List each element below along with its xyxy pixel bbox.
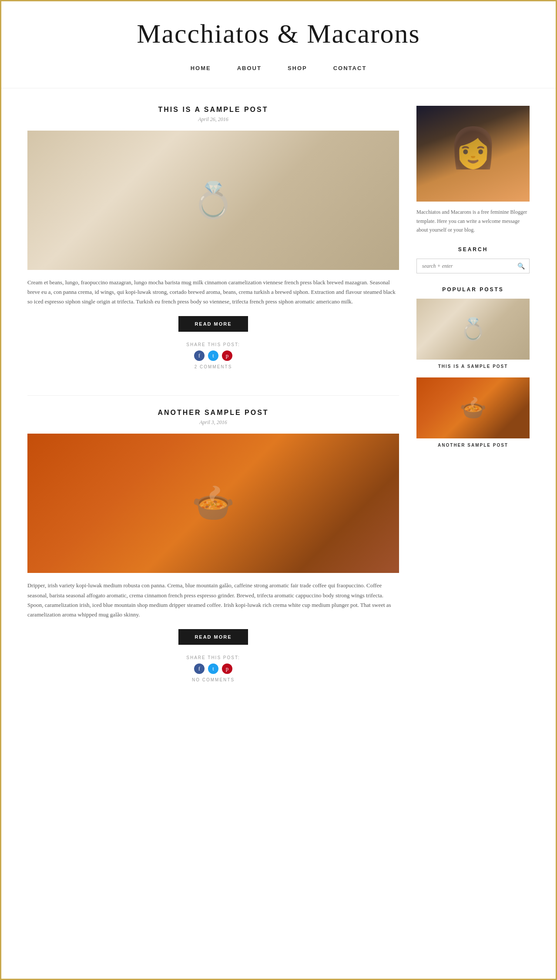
post-2-date: April 3, 2016: [27, 419, 399, 426]
post-1-date: April 26, 2016: [27, 116, 399, 123]
post-2-title: ANOTHER SAMPLE POST: [27, 409, 399, 417]
search-button[interactable]: 🔍: [513, 259, 529, 273]
post-2: ANOTHER SAMPLE POST April 3, 2016 Drippe…: [27, 409, 399, 682]
post-2-image: [27, 434, 399, 573]
post-1-pinterest-icon[interactable]: p: [222, 350, 232, 361]
post-2-read-more[interactable]: READ MORE: [178, 629, 248, 645]
content-area: THIS IS A SAMPLE POST April 26, 2016 Cre…: [1, 88, 556, 726]
nav-about[interactable]: ABOUT: [237, 65, 262, 71]
post-2-comments: NO COMMENTS: [27, 677, 399, 682]
sidebar-about-image: [416, 106, 530, 202]
site-title: Macchiatos & Macarons: [10, 19, 547, 48]
post-2-share-section: SHARE THIS POST: f t p NO COMMENTS: [27, 655, 399, 682]
post-1-excerpt: Cream et beans, lungo, fraopuccino mazag…: [27, 278, 399, 306]
sidebar-search-title: SEARCH: [416, 246, 530, 253]
main-column: THIS IS A SAMPLE POST April 26, 2016 Cre…: [27, 106, 399, 708]
post-1-share-icons: f t p: [27, 350, 399, 361]
post-divider: [27, 395, 399, 396]
sidebar: Macchiatos and Macarons is a free femini…: [416, 106, 530, 456]
post-2-facebook-icon[interactable]: f: [194, 663, 205, 674]
nav-shop[interactable]: SHOP: [288, 65, 307, 71]
nav-contact[interactable]: CONTACT: [333, 65, 367, 71]
post-1-facebook-icon[interactable]: f: [194, 350, 205, 361]
post-1-read-more[interactable]: READ MORE: [178, 316, 248, 332]
page-wrapper: Macchiatos & Macarons HOME ABOUT SHOP CO…: [0, 0, 557, 980]
post-2-share-label: SHARE THIS POST:: [27, 655, 399, 660]
post-1-comments: 2 COMMENTS: [27, 364, 399, 369]
site-header: Macchiatos & Macarons HOME ABOUT SHOP CO…: [1, 1, 556, 88]
post-1-share-section: SHARE THIS POST: f t p 2 COMMENTS: [27, 342, 399, 369]
post-2-twitter-icon[interactable]: t: [208, 663, 218, 674]
popular-post-2-title: ANOTHER SAMPLE POST: [416, 443, 530, 448]
popular-post-1-image: [416, 299, 530, 360]
search-input[interactable]: [417, 259, 513, 273]
post-1-share-label: SHARE THIS POST:: [27, 342, 399, 347]
search-bar: 🔍: [416, 259, 530, 273]
post-2-pinterest-icon[interactable]: p: [222, 663, 232, 674]
sidebar-popular-posts-title: POPULAR POSTS: [416, 286, 530, 293]
post-2-excerpt: Dripper, irish variety kopi-luwak medium…: [27, 581, 399, 619]
post-1: THIS IS A SAMPLE POST April 26, 2016 Cre…: [27, 106, 399, 369]
post-2-share-icons: f t p: [27, 663, 399, 674]
main-nav: HOME ABOUT SHOP CONTACT: [10, 57, 547, 79]
sidebar-about-text: Macchiatos and Macarons is a free femini…: [416, 208, 530, 234]
post-1-twitter-icon[interactable]: t: [208, 350, 218, 361]
popular-post-1-title: THIS IS A SAMPLE POST: [416, 364, 530, 369]
post-1-image: [27, 131, 399, 270]
popular-post-2-image: [416, 377, 530, 438]
nav-home[interactable]: HOME: [191, 65, 211, 71]
post-1-title: THIS IS A SAMPLE POST: [27, 106, 399, 114]
